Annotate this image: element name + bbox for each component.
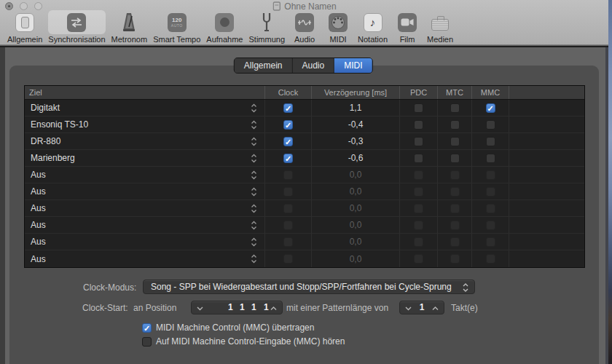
popup-updown-chevron-icon bbox=[251, 187, 257, 199]
mtc-cell bbox=[438, 167, 472, 183]
column-header-mmc: MMC bbox=[472, 86, 509, 99]
mmc-cell bbox=[472, 200, 509, 216]
delay-value: 0,0 bbox=[350, 186, 362, 197]
pdc-cell bbox=[400, 217, 438, 233]
popup-updown-chevron-icon bbox=[251, 204, 257, 215]
mmc-checkbox[interactable] bbox=[486, 154, 495, 163]
stepper-down-icon[interactable] bbox=[197, 306, 203, 311]
toolbar-item-aufnahme[interactable]: Aufnahme bbox=[204, 10, 245, 44]
pattern-length-label: mit einer Patternlänge von bbox=[286, 303, 388, 313]
mmc-checkbox[interactable] bbox=[486, 137, 495, 146]
clock-checkbox bbox=[283, 204, 293, 213]
pdc-cell bbox=[400, 150, 438, 166]
mmc-transmit-label: MIDI Machine Control (MMC) übertragen bbox=[156, 323, 314, 333]
popup-updown-chevron-icon bbox=[251, 103, 257, 115]
toolbar-item-label: Medien bbox=[427, 35, 453, 44]
sync-arrows-icon bbox=[67, 13, 86, 32]
destination-popup[interactable]: Ensoniq TS-10 bbox=[25, 116, 265, 132]
mmc-cell bbox=[472, 116, 509, 132]
position-ticks-value[interactable]: 1 bbox=[264, 302, 269, 312]
music-note-icon: ♪ bbox=[364, 13, 382, 32]
toolbar-item-label: Stimmung bbox=[249, 35, 286, 44]
popup-updown-chevron-icon bbox=[251, 254, 257, 266]
tab-audio[interactable]: Audio bbox=[293, 58, 335, 73]
briefcase-icon bbox=[431, 19, 449, 31]
minimize-button[interactable] bbox=[20, 2, 28, 10]
mtc-checkbox[interactable] bbox=[450, 103, 460, 113]
mmc-checkbox[interactable] bbox=[486, 103, 495, 113]
stepper-up-icon[interactable] bbox=[270, 306, 277, 311]
toolbar-item-medien[interactable]: Medien bbox=[425, 10, 455, 44]
toolbar-item-stimmung[interactable]: Stimmung bbox=[247, 10, 288, 44]
pdc-checkbox bbox=[414, 237, 423, 247]
mtc-checkbox[interactable] bbox=[450, 137, 460, 146]
table-row: Aus0,0 bbox=[25, 250, 584, 267]
toolbar-item-audio[interactable]: Audio bbox=[289, 10, 321, 44]
pdc-cell bbox=[400, 234, 438, 250]
clock-mode-select[interactable]: Song - SPP bei Wiedergabestart und Stopp… bbox=[143, 280, 475, 294]
clock-checkbox bbox=[283, 221, 293, 230]
destination-popup[interactable]: DR-880 bbox=[25, 133, 265, 149]
stepper-up-icon[interactable] bbox=[432, 306, 439, 311]
mmc-checkbox[interactable] bbox=[486, 120, 495, 130]
smart-tempo-icon: 120 AUTO bbox=[168, 13, 187, 32]
destination-name: Aus bbox=[31, 186, 46, 197]
pdc-checkbox[interactable] bbox=[414, 103, 423, 113]
destination-popup[interactable]: Aus bbox=[25, 200, 265, 216]
mmc-transmit-checkbox[interactable] bbox=[142, 323, 152, 333]
destination-popup[interactable]: Aus bbox=[25, 250, 265, 267]
delay-cell[interactable]: -0,3 bbox=[312, 133, 400, 149]
delay-cell[interactable]: 1,1 bbox=[312, 100, 400, 116]
mmc-checkbox bbox=[486, 204, 495, 213]
toolbar-item-metronom[interactable]: Metronom bbox=[109, 10, 150, 44]
delay-cell[interactable]: -0,4 bbox=[312, 116, 400, 132]
toolbar-item-smart-tempo[interactable]: 120 AUTO Smart Tempo bbox=[151, 10, 203, 44]
toolbar-item-film[interactable]: Film bbox=[391, 10, 423, 44]
pdc-checkbox bbox=[414, 170, 423, 180]
pdc-checkbox[interactable] bbox=[414, 120, 423, 130]
delay-cell: 0,0 bbox=[312, 217, 400, 233]
destination-popup[interactable]: Digitakt bbox=[25, 100, 265, 116]
delay-value: -0,6 bbox=[348, 153, 364, 163]
pdc-cell bbox=[400, 250, 438, 267]
toolbar-item-allgemein[interactable]: Allgemein bbox=[5, 10, 44, 44]
pdc-checkbox[interactable] bbox=[414, 154, 423, 163]
destination-popup[interactable]: Marienberg bbox=[25, 150, 265, 166]
toolbar-item-notation[interactable]: ♪ Notation bbox=[356, 10, 390, 44]
mtc-cell bbox=[438, 133, 472, 149]
mmc-listen-checkbox[interactable] bbox=[142, 337, 152, 347]
clock-checkbox[interactable] bbox=[283, 103, 293, 113]
delay-cell[interactable]: -0,6 bbox=[312, 150, 400, 166]
video-camera-icon bbox=[398, 13, 417, 32]
clock-cell bbox=[265, 150, 312, 166]
clock-checkbox[interactable] bbox=[283, 137, 293, 146]
toolbar-item-synchronisation[interactable]: Synchronisation bbox=[46, 10, 107, 44]
tab-allgemein[interactable]: Allgemein bbox=[235, 58, 293, 73]
mtc-checkbox[interactable] bbox=[450, 120, 460, 130]
zoom-button[interactable] bbox=[34, 2, 42, 10]
close-button[interactable] bbox=[5, 2, 13, 10]
destination-popup[interactable]: Aus bbox=[25, 234, 265, 250]
mmc-cell bbox=[472, 250, 509, 267]
clock-checkbox[interactable] bbox=[283, 120, 293, 130]
destination-name: Aus bbox=[31, 237, 46, 247]
destination-popup[interactable]: Aus bbox=[25, 217, 265, 233]
position-value[interactable]: 1 1 1 bbox=[228, 302, 259, 312]
mtc-checkbox[interactable] bbox=[450, 154, 460, 163]
destination-popup[interactable]: Aus bbox=[25, 167, 265, 183]
pdc-checkbox[interactable] bbox=[414, 137, 423, 146]
mmc-cell bbox=[472, 217, 509, 233]
toolbar-item-midi[interactable]: MIDI bbox=[322, 10, 354, 44]
position-stepper[interactable]: 1 1 1 1 bbox=[191, 301, 283, 314]
popup-updown-chevron-icon bbox=[463, 283, 468, 292]
pdc-checkbox bbox=[414, 204, 423, 213]
tab-midi[interactable]: MIDI bbox=[334, 58, 372, 73]
clock-checkbox bbox=[283, 254, 293, 264]
toolbar-item-label: Audio bbox=[294, 35, 315, 44]
general-switch-icon bbox=[15, 13, 34, 32]
pdc-cell bbox=[400, 116, 438, 132]
clock-cell bbox=[265, 217, 312, 233]
pattern-length-stepper[interactable]: 1 bbox=[399, 301, 444, 314]
clock-checkbox[interactable] bbox=[283, 154, 293, 163]
destination-popup[interactable]: Aus bbox=[25, 183, 265, 199]
